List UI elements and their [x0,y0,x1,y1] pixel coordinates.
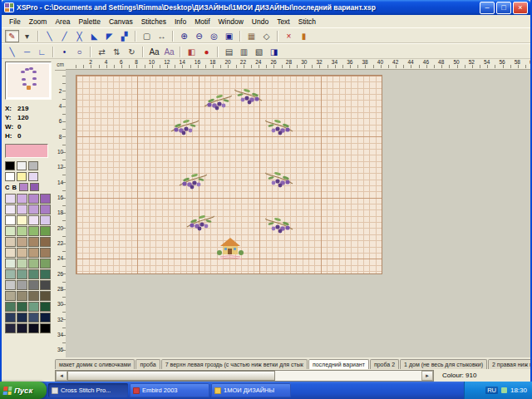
stitch-grid[interactable] [76,75,382,274]
palette-swatch[interactable] [17,161,27,170]
menu-item-area[interactable]: Area [51,17,74,26]
tray-icon[interactable] [501,387,507,393]
clock[interactable]: 18:30 [510,387,527,394]
palette-swatch[interactable] [40,215,51,225]
erase-tool-icon[interactable]: × [282,30,296,42]
palette-swatch[interactable] [28,323,39,333]
palette-swatch[interactable] [40,237,51,247]
palette-swatch[interactable] [40,248,51,258]
palette-swatch[interactable] [17,259,27,268]
language-indicator[interactable]: RU [485,387,498,394]
palette-swatch[interactable] [40,259,51,268]
special-stitch-icon[interactable]: ▞ [117,30,131,42]
palette-swatch[interactable] [28,237,39,247]
palette-swatch[interactable] [28,302,39,312]
menu-item-canvas[interactable]: Canvas [105,17,137,26]
palette-swatch[interactable] [5,172,15,181]
scroll-thumb[interactable] [67,371,275,381]
pencil-tool-icon[interactable]: ✎ [5,30,19,42]
menu-item-palette[interactable]: Palette [74,17,104,26]
view-symbols-icon[interactable]: ▥ [237,46,251,58]
scroll-right-button[interactable]: ► [421,371,433,381]
french-knot-icon[interactable]: • [57,46,71,58]
palette-swatch[interactable] [5,161,15,170]
view-stitches-icon[interactable]: ▤ [222,46,236,58]
tab-4[interactable]: проба 2 [370,359,399,369]
menu-item-motif[interactable]: Motif [190,17,214,26]
menu-item-file[interactable]: File [5,17,25,26]
tab-1[interactable]: проба [135,359,160,369]
palette-swatch[interactable] [28,248,39,258]
palette-swatch[interactable] [30,183,39,191]
palette-swatch[interactable] [28,291,39,301]
palette-swatch[interactable] [17,291,27,301]
palette-swatch[interactable] [28,172,38,181]
text-tool-icon[interactable]: Aa [147,46,161,58]
maximize-button[interactable]: □ [496,2,511,14]
palette-swatch[interactable] [28,226,39,236]
palette-swatch[interactable] [17,269,27,279]
flip-horizontal-icon[interactable]: ⇄ [95,46,109,58]
highlight-colour-icon[interactable]: ● [200,46,214,58]
palette-swatch[interactable] [5,302,16,312]
palette-swatch[interactable] [28,204,39,214]
zoom-out-icon[interactable]: ⊖ [192,30,206,42]
palette-swatch[interactable] [17,226,27,236]
palette-swatch[interactable] [40,302,51,312]
half-stitch-right-icon[interactable]: ╱ [57,30,71,42]
taskbar-task-1[interactable]: Embird 2003 [130,383,209,397]
palette-swatch[interactable] [28,215,39,225]
palette-swatch[interactable] [17,323,27,333]
palette-swatch[interactable] [28,161,38,170]
palette-swatch[interactable] [5,291,16,301]
tab-2[interactable]: 7 верхн левая гроздь (с частью ниж ветки… [161,359,308,369]
start-button[interactable]: Пуск [0,382,47,399]
palette-swatch[interactable] [40,280,51,290]
palette-swatch[interactable] [40,204,51,214]
palette-swatch[interactable] [40,226,51,236]
menu-item-stitch[interactable]: Stitch [294,17,320,26]
fill-tool-icon[interactable]: ▮ [297,30,311,42]
full-cross-stitch-icon[interactable]: ╳ [72,30,86,42]
half-stitch-left-icon[interactable]: ╲ [42,30,57,42]
taskbar-task-2[interactable]: 1МОИ ДИЗАЙНЫ [211,383,291,397]
colour-swap-icon[interactable]: ◧ [185,46,199,58]
scroll-track[interactable] [275,371,421,381]
back-stitch-icon[interactable]: ╲ [5,46,19,58]
minimize-button[interactable]: – [480,2,495,14]
tool-dropdown-icon[interactable]: ▾ [20,30,34,42]
design-preview[interactable] [5,62,52,100]
palette-swatch[interactable] [17,215,27,225]
move-tool-icon[interactable]: ↔ [155,30,169,42]
palette-swatch[interactable] [17,302,27,312]
taskbar-task-0[interactable]: Cross Stitch Pro... [48,383,128,397]
outline-stitch-icon[interactable]: ∟ [35,46,49,58]
palette-swatch[interactable] [17,172,27,181]
palette-swatch[interactable] [28,194,39,204]
view-blocks-icon[interactable]: ▧ [252,46,266,58]
palette-swatch[interactable] [19,183,28,191]
view-info-icon[interactable]: ◨ [267,46,281,58]
current-colour-swatch[interactable] [5,144,48,158]
palette-swatch[interactable] [5,269,16,279]
palette-swatch[interactable] [5,204,16,214]
tab-6[interactable]: 2 правая ниж гр [488,359,530,369]
grid-toggle-icon[interactable]: ▦ [244,30,259,42]
close-button[interactable]: × [513,2,528,14]
palette-swatch[interactable] [5,280,16,290]
straight-stitch-icon[interactable]: ─ [20,46,34,58]
zoom-100-icon[interactable]: ◎ [207,30,221,42]
menu-item-text[interactable]: Text [273,17,294,26]
menu-item-window[interactable]: Window [214,17,248,26]
palette-swatch[interactable] [28,269,39,279]
palette-swatch[interactable] [28,259,39,268]
palette-swatch[interactable] [5,237,16,247]
center-view-icon[interactable]: ◇ [259,30,273,42]
palette-swatch[interactable] [28,313,39,323]
tab-5[interactable]: 1 дом (не весь для стыковки) [400,359,487,369]
palette-swatch[interactable] [40,269,51,279]
palette-swatch[interactable] [17,237,27,247]
palette-swatch[interactable] [40,291,51,301]
flip-vertical-icon[interactable]: ⇅ [110,46,124,58]
palette-swatch[interactable] [5,259,16,268]
